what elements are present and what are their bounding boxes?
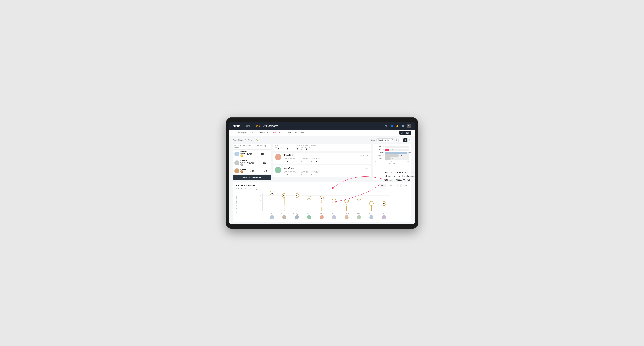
streak-chart: 0 2 4 6 <box>238 191 408 220</box>
svg-point-58 <box>382 215 386 219</box>
svg-text:M. Miller: M. Miller <box>357 213 362 214</box>
svg-text:7x: 7x <box>271 192 273 194</box>
bar-chart-title: Total Shots <box>375 163 409 165</box>
annotation-text: Here you can see streaks your players ha… <box>385 171 420 182</box>
card-view-btn[interactable]: ▦ <box>403 138 407 142</box>
settings-icon[interactable]: ⚙️ <box>401 125 404 127</box>
nav-my-performance[interactable]: My Performance <box>263 125 278 127</box>
top-navigation: clippd Home Teams My Performance 🔍 👤 🔔 ⚙… <box>229 122 415 130</box>
bar-track: 96 <box>385 149 409 151</box>
table-row: Edward Crossman 2 18/20 107 <box>233 159 271 168</box>
view-full-leaderboard-button[interactable]: View Full Leaderboard <box>233 175 271 180</box>
player-name: Cameron... <box>240 169 250 170</box>
svg-text:3x: 3x <box>371 202 372 204</box>
player-card-name: Rees Britt <box>284 154 293 156</box>
svg-point-18 <box>282 215 286 219</box>
filter-tab-putt[interactable]: PUTT <box>401 184 408 187</box>
table-view-btn[interactable]: 📋 <box>408 138 411 142</box>
player-card-josh-coles: Josh Coles 26 Aug 2023 Total Rounds Tour… <box>273 166 371 177</box>
nav-links: Home Teams My Performance <box>245 125 278 127</box>
avatar <box>234 152 240 156</box>
streaks-subtitle: Off The Tee, Fairway Accuracy <box>236 188 408 190</box>
player-info: Richard Butler 1 <box>234 151 247 157</box>
bar-fill: 499 <box>385 152 407 154</box>
user-avatar[interactable]: U <box>407 124 411 128</box>
bar-track: 131 <box>385 158 409 160</box>
svg-point-28 <box>307 215 311 219</box>
sub-navigation: PGAT Players PGA Hcaps 1-5 Team Clippd T… <box>229 130 415 136</box>
y-axis-label: Best Streak, Fairway Accuracy <box>236 191 238 220</box>
edit-icon[interactable]: ✏️ <box>256 139 258 141</box>
nav-home[interactable]: Home <box>245 125 250 127</box>
streaks-header: Best Round Streaks OTT APP ARG PUTT <box>236 184 408 187</box>
filter-tab-arg[interactable]: ARG <box>394 184 400 187</box>
player-card-info: Josh Coles 26 Aug 2023 Total Rounds Tour… <box>284 167 369 176</box>
app-logo: clippd <box>233 124 240 128</box>
bar-row-bogeys: Bogeys 311 <box>375 155 409 157</box>
lb-col-pb-score: PB SCORE <box>243 145 257 148</box>
bar-label: Birdies <box>375 149 384 151</box>
svg-point-38 <box>332 215 336 219</box>
player-info: Edward Crossman 2 <box>234 160 249 166</box>
medal-silver: 2 <box>240 163 243 166</box>
svg-point-13 <box>270 215 274 219</box>
svg-text:4x: 4x <box>346 200 348 202</box>
bell-icon[interactable]: 🔔 <box>396 125 399 127</box>
nav-teams[interactable]: Teams <box>254 125 260 127</box>
avatar <box>275 167 282 173</box>
table-row: Cameron... 3 17/20 103 <box>233 168 271 174</box>
filter-tab-ott[interactable]: OTT <box>380 184 386 187</box>
player-name: Richard Butler <box>240 151 247 155</box>
bar-track: 3 <box>385 146 409 148</box>
player-card-rees-britt: Rees Britt 02 Sep 2023 Total Rounds Tour… <box>273 153 371 164</box>
content-grid: PLAYER NAME PB SCORE PB AVG SQ Richard B… <box>233 144 411 180</box>
time-filter-select[interactable]: Last 3 months <box>376 138 394 142</box>
streaks-section: Best Round Streaks OTT APP ARG PUTT Off … <box>233 182 411 222</box>
bar-label: Bogeys <box>375 155 384 156</box>
player-card-info: Rees Britt 02 Sep 2023 Total Rounds Tour… <box>284 154 369 163</box>
list-view-btn[interactable]: ≡ <box>399 138 403 142</box>
svg-text:5x: 5x <box>321 197 322 199</box>
streak-chart-container: Best Streak, Fairway Accuracy 0 2 4 6 <box>236 191 408 220</box>
bar-label: D. Bogeys + <box>375 158 384 159</box>
svg-text:6x: 6x <box>284 195 285 196</box>
streaks-title: Best Round Streaks <box>236 184 256 187</box>
bar-row-dbogeys: D. Bogeys + 131 <box>375 158 409 160</box>
svg-text:2: 2 <box>260 205 261 206</box>
table-row: Richard Butler 1 19/20 110 <box>233 150 271 159</box>
subnav-pgat[interactable]: PGAT Players <box>233 130 249 136</box>
streak-svg: 0 2 4 6 <box>238 191 408 219</box>
bar-label: Pars <box>375 152 384 154</box>
add-team-button[interactable]: Add Team <box>399 131 411 135</box>
subnav-tour[interactable]: Tour <box>285 130 293 136</box>
player-card-date: 26 Aug 2023 <box>360 168 369 169</box>
stats-grid: Total Rounds Tournament7 Practice2 Total… <box>284 170 369 176</box>
users-icon[interactable]: 👤 <box>390 125 394 127</box>
svg-text:4x: 4x <box>333 200 335 202</box>
svg-text:D. Ford: D. Ford <box>344 213 348 214</box>
subnav-all-players[interactable]: All Players <box>293 130 306 136</box>
medal-gold: 1 <box>240 155 243 157</box>
pb-avg: 107 <box>263 162 271 164</box>
svg-text:4x: 4x <box>358 200 360 202</box>
subnav-team-clippd[interactable]: Team Clippd <box>270 130 285 136</box>
bar-track: 499 <box>385 152 409 154</box>
bar-row-pars: Pars 499 <box>375 152 409 154</box>
leaderboard-panel: PLAYER NAME PB SCORE PB AVG SQ Richard B… <box>233 144 271 180</box>
pb-score: 19/20 <box>247 153 261 155</box>
filter-tab-app[interactable]: APP <box>387 184 393 187</box>
view-icons: ⊞ ≡ ▦ 📋 <box>395 138 411 142</box>
player-card-date: 02 Sep 2023 <box>360 155 369 156</box>
svg-text:R. Britt: R. Britt <box>320 213 324 214</box>
grid-view-btn[interactable]: ⊞ <box>395 138 399 142</box>
avatar <box>234 169 240 173</box>
subnav-hcaps[interactable]: Hcaps 1-5 <box>257 130 270 136</box>
center-panel: Total Rounds Tournament7 Practice6 Total… <box>273 144 371 180</box>
show-controls: Show Last 3 months ⊞ ≡ ▦ 📋 <box>371 138 411 142</box>
search-icon[interactable]: 🔍 <box>385 125 388 127</box>
annotation-container: Here you can see streaks your players ha… <box>385 171 420 182</box>
svg-point-33 <box>320 215 324 219</box>
svg-text:4: 4 <box>260 199 261 201</box>
svg-text:J. Coles: J. Coles <box>307 213 312 214</box>
subnav-pga[interactable]: PGA <box>249 130 257 136</box>
